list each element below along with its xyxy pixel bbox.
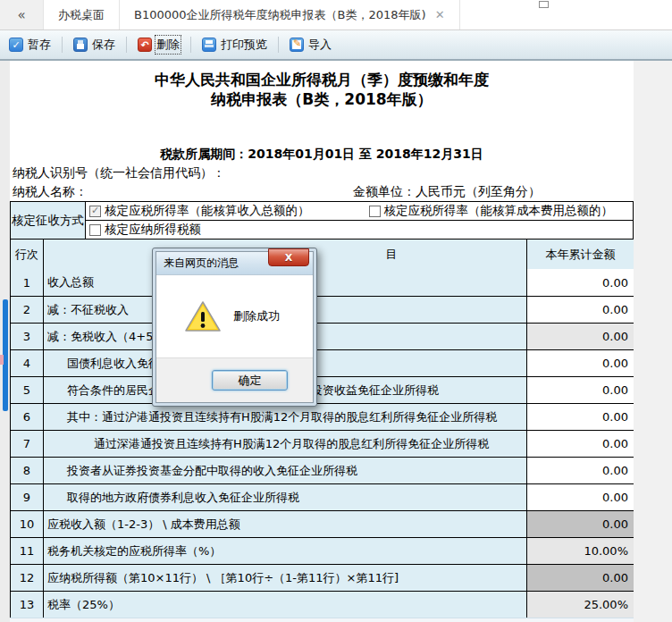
row-number: 10: [11, 511, 44, 537]
row-number: 9: [11, 484, 44, 510]
tax-form-page: 中华人民共和国企业所得税月（季）度预缴和年度 纳税申报表（B类，2018年版） …: [10, 61, 634, 622]
row-item-label: 投资者从证券投资基金分配中取得的收入免征企业所得税: [44, 458, 527, 483]
levy-option-income-rate[interactable]: 核定应税所得率（能核算收入总额的）: [89, 203, 310, 219]
left-scrollbar-track[interactable]: [0, 61, 10, 622]
form-title: 中华人民共和国企业所得税月（季）度预缴和年度 纳税申报表（B类，2018年版）: [10, 70, 634, 109]
toolbar-separator: [62, 37, 63, 53]
row-item-label: 通过深港通投资且连续持有H股满12个月取得的股息红利所得免征企业所得税: [44, 431, 527, 457]
row-number: 11: [11, 538, 44, 564]
table-header-row: 行次 项 目 本年累计金额: [11, 240, 633, 269]
levy-method-label: 核定征收方式: [11, 202, 86, 239]
table-row: 3减：免税收入（4+5+6+7+8+9）0.00: [11, 323, 633, 349]
checkbox-icon[interactable]: [89, 206, 101, 217]
row-number: 3: [11, 324, 44, 349]
delete-button[interactable]: ↶ 删除: [138, 37, 180, 53]
row-amount-cell: 0.00: [527, 324, 634, 349]
row-amount-cell[interactable]: 0.00: [527, 404, 634, 430]
tab-collapse-button[interactable]: «: [0, 0, 43, 29]
form-toolbar: ✓ 暂存 保存 ↶ 删除 打印预览 导入: [0, 30, 672, 61]
save-disk-icon: [73, 38, 88, 52]
toolbar-separator: [278, 37, 279, 53]
tab-label: B100000企业所得税年度纳税申报表（B类，2018年版): [134, 7, 426, 23]
row-amount-cell[interactable]: 0.00: [527, 269, 634, 296]
row-item-label: 应税收入额（1-2-3） \ 成本费用总额: [44, 511, 527, 537]
row-amount-cell[interactable]: 0.00: [527, 350, 634, 376]
row-amount-cell: 0.00: [527, 565, 634, 591]
dialog-title: 来自网页的消息: [164, 256, 239, 271]
row-amount-cell[interactable]: 0.00: [527, 431, 634, 457]
tax-period: 税款所属期间：2018年01月01日 至 2018年12月31日: [10, 147, 634, 163]
row-amount-cell[interactable]: 0.00: [527, 297, 634, 323]
next-row-edge: [10, 618, 634, 622]
row-number: 8: [11, 458, 44, 483]
row-number: 4: [11, 350, 44, 376]
table-row: 12应纳税所得额（第10×11行） \ ［第10行÷（1-第11行）×第11行]…: [11, 564, 633, 591]
row-number: 12: [11, 565, 44, 591]
row-amount-cell[interactable]: 0.00: [527, 458, 634, 483]
toolbar-separator: [190, 37, 191, 53]
levy-method-section: 核定征收方式 核定应税所得率（能核算收入总额的） 核定应税所得率（能核算成本费用…: [10, 201, 634, 240]
table-row: 6其中：通过沪港通投资且连续持有H股满12个月取得的股息红利所得免征企业所得税0…: [11, 403, 633, 430]
taxpayer-id-label: 纳税人识别号（统一社会信用代码）：: [13, 165, 225, 181]
row-number: 7: [11, 431, 44, 457]
tab-b100000-return-form[interactable]: B100000企业所得税年度纳税申报表（B类，2018年版) ✕: [120, 0, 460, 29]
row-amount-cell: 0.00: [527, 511, 634, 537]
import-button[interactable]: 导入: [290, 37, 332, 53]
print-preview-button[interactable]: 打印预览: [202, 37, 267, 53]
row-amount-cell[interactable]: 0.00: [527, 377, 634, 403]
row-item-label: 应纳税所得额（第10×11行） \ ［第10行÷（1-第11行）×第11行]: [44, 565, 527, 591]
table-row: 11税务机关核定的应税所得率（%）10.00%: [11, 537, 633, 564]
delete-icon: ↶: [138, 38, 152, 52]
row-number: 1: [11, 269, 44, 296]
amount-unit-label: 金额单位：人民币元（列至角分）: [353, 184, 541, 200]
tab-label: 办税桌面: [58, 7, 105, 23]
table-row: 5符合条件的居民企业之间的股息、红利等权益性投资收益免征企业所得税0.00: [11, 376, 633, 403]
tab-tax-desktop[interactable]: 办税桌面: [43, 0, 120, 29]
printer-icon: [202, 38, 216, 52]
save-button[interactable]: 保存: [73, 37, 115, 53]
temp-save-button[interactable]: ✓ 暂存: [9, 37, 51, 53]
table-row: 8投资者从证券投资基金分配中取得的收入免征企业所得税0.00: [11, 457, 633, 483]
row-item-label: 取得的地方政府债券利息收入免征企业所得税: [44, 484, 527, 510]
draft-check-icon: ✓: [9, 38, 23, 52]
levy-option-cost-rate[interactable]: 核定应税所得率（能核算成本费用总额的）: [369, 203, 614, 219]
table-row: 4国债利息收入免征企业所得税0.00: [11, 349, 633, 376]
scrollbar-marker: [0, 355, 4, 365]
taxpayer-name-label: 纳税人名称：: [13, 184, 88, 200]
resize-handle: [539, 1, 549, 8]
row-amount-cell[interactable]: 0.00: [527, 484, 634, 510]
row-item-label: 税务机关核定的应税所得率（%）: [44, 538, 527, 564]
table-row: 2减：不征税收入0.00: [11, 296, 633, 323]
toolbar-separator: [126, 37, 127, 53]
row-item-label: 税率（25%）: [44, 592, 527, 618]
webpage-message-dialog: 来自网页的消息 X 删除成功 确定: [152, 248, 317, 407]
row-number: 5: [11, 377, 44, 403]
row-amount-cell: 25.00%: [527, 592, 634, 618]
table-row: 9取得的地方政府债券利息收入免征企业所得税0.00: [11, 483, 633, 510]
tab-bar: « 办税桌面 B100000企业所得税年度纳税申报表（B类，2018年版) ✕: [0, 0, 672, 30]
dialog-message: 删除成功: [233, 308, 280, 324]
row-amount-cell: 10.00%: [527, 538, 634, 564]
dialog-title-bar: 来自网页的消息 X: [156, 252, 313, 275]
tab-close-icon[interactable]: ✕: [435, 8, 445, 21]
levy-option-fixed-tax[interactable]: 核定应纳所得税额: [89, 222, 201, 238]
table-row: 7通过深港通投资且连续持有H股满12个月取得的股息红利所得免征企业所得税0.00: [11, 430, 633, 457]
row-item-label: 其中：通过沪港通投资且连续持有H股满12个月取得的股息红利所得免征企业所得税: [44, 404, 527, 430]
col-header-row-no: 行次: [11, 240, 44, 269]
chevrons-left-icon: «: [17, 7, 25, 23]
table-row: 10应税收入额（1-2-3） \ 成本费用总额0.00: [11, 510, 633, 537]
row-number: 2: [11, 297, 44, 323]
dialog-close-button[interactable]: X: [268, 248, 309, 266]
col-header-amount: 本年累计金额: [527, 240, 634, 269]
row-number: 6: [11, 404, 44, 430]
row-number: 13: [11, 592, 44, 618]
return-table: 行次 项 目 本年累计金额 1收入总额0.002减：不征税收入0.003减：免税…: [10, 239, 634, 618]
table-row: 1收入总额0.00: [11, 269, 633, 296]
table-row: 13税率（25%）25.00%: [11, 591, 633, 618]
checkbox-icon[interactable]: [89, 224, 101, 236]
import-pencil-icon: [290, 38, 304, 52]
ok-button[interactable]: 确定: [212, 370, 288, 391]
checkbox-icon[interactable]: [369, 206, 381, 217]
warning-icon: [185, 300, 221, 332]
